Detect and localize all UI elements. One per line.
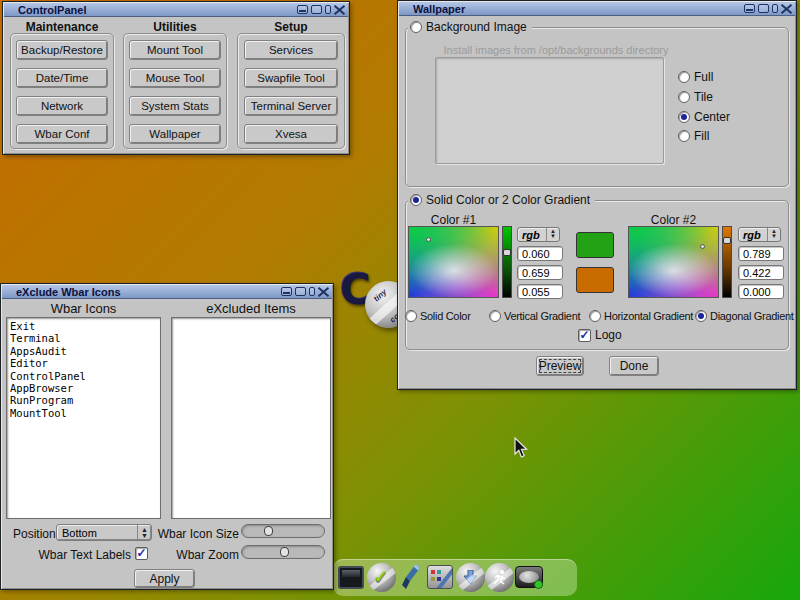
mode-fill-row[interactable]: Fill <box>678 129 709 143</box>
check-sphere-icon: ✓ <box>367 563 396 592</box>
wbar-icon-run-program[interactable] <box>484 562 514 592</box>
wbar-icons-list[interactable]: Exit Terminal AppsAudit Editor ControlPa… <box>6 317 161 519</box>
services-button[interactable]: Services <box>244 40 338 60</box>
color2-value-slider[interactable] <box>722 226 732 298</box>
color2-r-input[interactable]: 0.789 <box>738 246 784 261</box>
gradient-solid-radio[interactable] <box>405 310 417 322</box>
color1-b-input[interactable]: 0.055 <box>517 284 563 299</box>
terminal-server-button[interactable]: Terminal Server <box>244 96 338 116</box>
color1-value-slider[interactable] <box>502 226 512 298</box>
background-image-list[interactable] <box>435 57 664 164</box>
wbar-conf-button[interactable]: Wbar Conf <box>16 124 108 144</box>
minimize-button-icon[interactable] <box>281 287 292 296</box>
backup-restore-button[interactable]: Backup/Restore <box>16 40 108 60</box>
mode-center-row[interactable]: Center <box>678 110 730 124</box>
window-title: eXclude Wbar Icons <box>16 286 121 298</box>
gradient-horizontal-radio[interactable] <box>589 310 601 322</box>
gradient-diagonal-radio[interactable] <box>695 310 707 322</box>
color1-value-handle[interactable] <box>503 249 511 256</box>
solid-color-section-label: Solid Color or 2 Color Gradient <box>426 193 590 207</box>
gradient-horizontal-label: Horizontal Gradient <box>604 310 693 322</box>
gradient-diagonal-row[interactable]: Diagonal Gradient <box>695 310 794 322</box>
mode-fill-radio[interactable] <box>678 130 690 142</box>
icon-size-label: Wbar Icon Size <box>149 527 239 541</box>
shade-button-icon[interactable] <box>325 5 331 14</box>
titlebar-wallpaper[interactable]: Wallpaper <box>399 2 795 16</box>
mode-center-radio[interactable] <box>678 111 690 123</box>
maximize-button-icon[interactable] <box>758 4 769 13</box>
maximize-button-icon[interactable] <box>311 5 322 14</box>
list-item[interactable]: RunProgram <box>7 394 160 406</box>
wbar-icon-editor[interactable] <box>396 562 426 592</box>
logo-checkbox-row[interactable]: Logo <box>578 328 622 342</box>
color2-hue-square[interactable] <box>628 226 719 298</box>
list-item[interactable]: Terminal <box>7 332 160 344</box>
list-item[interactable]: MountTool <box>7 407 160 419</box>
logo-checkbox-label: Logo <box>595 328 622 342</box>
minimize-button-icon[interactable] <box>744 4 755 13</box>
list-item[interactable]: AppsAudit <box>7 345 160 357</box>
background-image-radio-row[interactable]: Background Image <box>408 20 532 34</box>
list-item[interactable]: AppBrowser <box>7 382 160 394</box>
gradient-vertical-row[interactable]: Vertical Gradient <box>489 310 580 322</box>
color2-g-input[interactable]: 0.422 <box>738 265 784 280</box>
color2-b-input[interactable]: 0.000 <box>738 284 784 299</box>
shade-button-icon[interactable] <box>309 287 315 296</box>
maximize-button-icon[interactable] <box>295 287 306 296</box>
system-stats-button[interactable]: System Stats <box>129 96 221 116</box>
zoom-slider[interactable] <box>241 545 325 559</box>
apply-button[interactable]: Apply <box>134 569 195 588</box>
color2-value-handle[interactable] <box>723 237 731 244</box>
color1-r-input[interactable]: 0.060 <box>517 246 563 261</box>
text-labels-checkbox[interactable] <box>135 547 148 560</box>
list-item[interactable]: Editor <box>7 357 160 369</box>
mouse-tool-button[interactable]: Mouse Tool <box>129 68 221 88</box>
color1-g-input[interactable]: 0.659 <box>517 265 563 280</box>
updown-arrows-icon: ▲▼ <box>546 228 559 241</box>
gradient-horizontal-row[interactable]: Horizontal Gradient <box>589 310 693 322</box>
xvesa-button[interactable]: Xvesa <box>244 124 338 144</box>
mode-tile-row[interactable]: Tile <box>678 90 713 104</box>
gradient-vertical-radio[interactable] <box>489 310 501 322</box>
close-button-icon[interactable] <box>318 287 329 296</box>
mode-tile-radio[interactable] <box>678 91 690 103</box>
mode-full-row[interactable]: Full <box>678 70 713 84</box>
excluded-items-list[interactable] <box>171 317 331 519</box>
list-item[interactable]: ControlPanel <box>7 370 160 382</box>
gradient-solid-label: Solid Color <box>420 310 471 322</box>
list-item[interactable]: Exit <box>7 320 160 332</box>
zoom-handle[interactable] <box>280 547 289 557</box>
mount-tool-button[interactable]: Mount Tool <box>129 40 221 60</box>
wbar-icon-control-panel[interactable] <box>425 562 455 592</box>
wbar-icon-app-browser[interactable] <box>455 562 485 592</box>
done-button[interactable]: Done <box>609 356 659 376</box>
date-time-button[interactable]: Date/Time <box>16 68 108 88</box>
position-dropdown[interactable]: Bottom ▲▼ <box>56 524 152 541</box>
network-button[interactable]: Network <box>16 96 108 116</box>
icon-size-slider[interactable] <box>241 524 325 538</box>
wallpaper-button[interactable]: Wallpaper <box>129 124 221 144</box>
solid-color-radio-row[interactable]: Solid Color or 2 Color Gradient <box>408 193 595 207</box>
titlebar-control-panel[interactable]: ControlPanel <box>4 3 348 17</box>
icon-size-handle[interactable] <box>264 526 273 536</box>
color2-mode-choice[interactable]: rgb ▲▼ <box>738 227 781 242</box>
solid-color-section-radio[interactable] <box>410 194 422 206</box>
swapfile-tool-button[interactable]: Swapfile Tool <box>244 68 338 88</box>
close-button-icon[interactable] <box>334 5 345 14</box>
color1-mode-choice[interactable]: rgb ▲▼ <box>517 227 560 242</box>
updown-arrows-icon: ▲▼ <box>767 228 780 241</box>
close-button-icon[interactable] <box>781 4 792 13</box>
minimize-button-icon[interactable] <box>297 5 308 14</box>
gradient-solid-row[interactable]: Solid Color <box>405 310 471 322</box>
wbar-icon-terminal[interactable] <box>336 562 366 592</box>
logo-checkbox[interactable] <box>578 329 591 342</box>
mode-full-radio[interactable] <box>678 71 690 83</box>
wbar-icon-apps-audit[interactable]: ✓ <box>366 562 396 592</box>
titlebar-exclude-wbar[interactable]: eXclude Wbar Icons <box>2 285 332 299</box>
wbar-icon-mount-tool[interactable] <box>514 562 544 592</box>
background-image-radio[interactable] <box>410 21 422 33</box>
shade-button-icon[interactable] <box>772 4 778 13</box>
preview-button[interactable]: Preview <box>536 356 584 376</box>
color1-hue-square[interactable] <box>408 226 499 298</box>
text-labels-label: Wbar Text Labels <box>21 548 131 562</box>
